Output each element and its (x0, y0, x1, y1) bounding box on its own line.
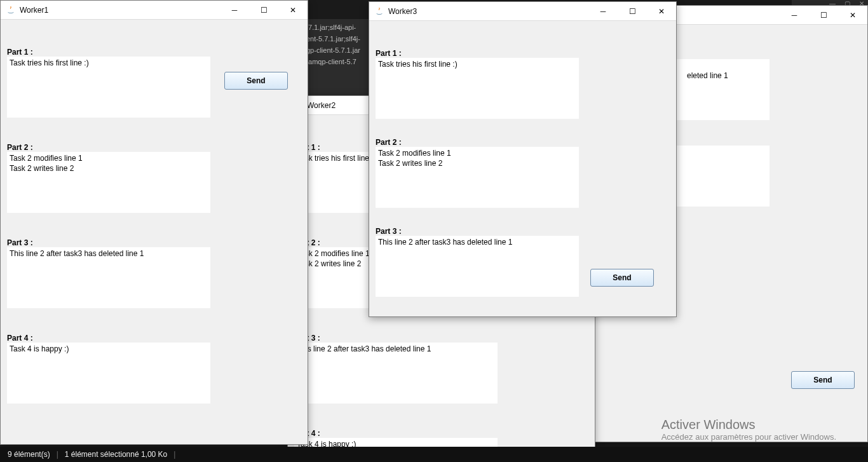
status-selection: 1 élément sélectionné 1,00 Ko (65, 450, 167, 459)
part-textbox[interactable]: Task 2 modifies line 1 Task 2 writes lin… (7, 152, 210, 213)
status-separator: | (173, 450, 175, 459)
window-worker3[interactable]: Worker3 ─ ☐ ✕ Part 1 : Task tries his fi… (369, 1, 677, 317)
textbox-content: This line 2 after task3 has deleted line… (10, 249, 144, 258)
send-button-label: Send (813, 376, 832, 384)
java-icon (6, 5, 16, 15)
send-button-label: Send (613, 273, 631, 282)
java-icon (374, 6, 384, 17)
part-label: Part 4 : (7, 334, 301, 343)
send-button[interactable]: Send (224, 72, 288, 90)
part-label: Part 3 : (294, 334, 588, 343)
titlebar[interactable]: Worker1 ─ ☐ ✕ (1, 1, 308, 20)
part-textbox[interactable]: Task tries his first line :) (376, 58, 579, 119)
window-title: Worker3 (388, 7, 417, 16)
textbox-content: Task 2 modifies line 1 Task 2 writes lin… (10, 154, 83, 173)
textbox-content: Task tries his first line :) (378, 60, 458, 69)
explorer-statusbar: 9 élément(s) | 1 élément sélectionné 1,0… (0, 447, 868, 462)
part-textbox[interactable]: This line 2 after task3 has deleted line… (7, 247, 210, 308)
minimize-button[interactable]: ─ (220, 1, 249, 20)
send-button[interactable]: Send (590, 269, 654, 287)
window-title: Worker1 (20, 6, 48, 15)
part-label: Part 1 : (7, 48, 301, 57)
part-label: Part 3 : (376, 227, 670, 236)
part-label: Part 3 : (7, 238, 301, 247)
part-textbox[interactable]: Task tries his first line :) (7, 57, 210, 118)
maximize-button[interactable]: ☐ (809, 6, 838, 25)
part-textbox[interactable]: Task 4 is happy :) (7, 343, 210, 404)
part-label: Part 1 : (376, 49, 670, 58)
titlebar[interactable]: Worker3 ─ ☐ ✕ (369, 2, 676, 21)
status-separator: | (57, 450, 58, 459)
part-textbox[interactable]: This line 2 after task3 has deleted line… (294, 343, 498, 404)
minimize-button[interactable]: ─ (588, 2, 618, 21)
close-button[interactable]: ✕ (647, 2, 676, 21)
part-label: Part 4 : (294, 429, 588, 438)
window-worker1[interactable]: Worker1 ─ ☐ ✕ Part 1 : Task tries his fi… (0, 0, 308, 445)
maximize-button[interactable]: ☐ (249, 1, 278, 20)
textbox-content: This line 2 after task3 has deleted line… (297, 344, 431, 353)
minimize-button[interactable]: ─ (780, 6, 809, 25)
textbox-content: Task 4 is happy :) (10, 344, 69, 353)
window-title: Worker2 (307, 101, 336, 110)
textbox-content: This line 2 after task3 has deleted line… (378, 238, 512, 247)
part-label: Part 2 : (376, 138, 670, 147)
textbox-content: eleted line 1 (687, 71, 728, 80)
part-label: Part 2 : (7, 143, 301, 152)
send-button-label: Send (247, 76, 265, 85)
maximize-button[interactable]: ☐ (618, 2, 647, 21)
status-items-count: 9 élément(s) (8, 450, 50, 459)
part-textbox[interactable]: Task 2 modifies line 1 Task 2 writes lin… (376, 147, 579, 208)
textbox-content: Task 2 modifies line 1 Task 2 writes lin… (378, 149, 451, 168)
part-textbox[interactable]: This line 2 after task3 has deleted line… (376, 236, 579, 297)
textbox-content: Task tries his first line :) (297, 154, 376, 163)
close-button[interactable]: ✕ (278, 1, 308, 20)
send-button[interactable]: Send (791, 371, 855, 389)
textbox-content: Task tries his first line :) (10, 58, 89, 67)
close-button[interactable]: ✕ (838, 6, 867, 25)
